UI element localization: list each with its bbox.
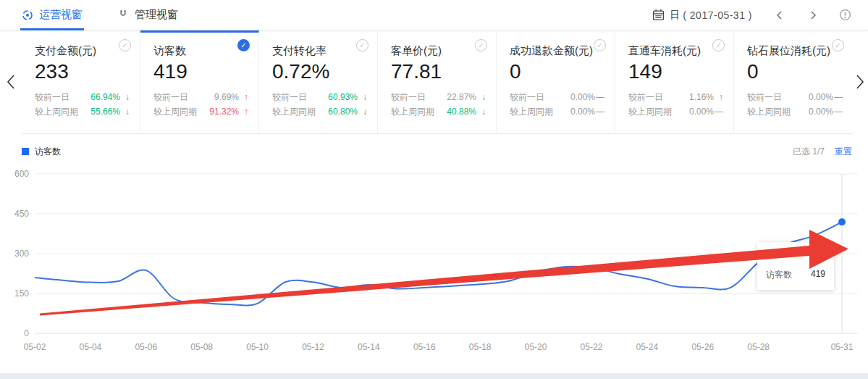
date-granularity[interactable]: 日 bbox=[670, 9, 680, 22]
card-title: 支付转化率 bbox=[272, 44, 367, 58]
cards-scroll-right-button[interactable] bbox=[854, 72, 866, 94]
trend-arrow-icon: ↑ bbox=[714, 92, 723, 102]
compare-label: 较前一日 bbox=[153, 92, 188, 102]
trend-arrow-icon: — bbox=[595, 107, 604, 117]
compare-value: 91.32% bbox=[209, 107, 239, 117]
card-check-icon[interactable]: ✓ bbox=[594, 39, 606, 51]
card-check-icon[interactable]: ✓ bbox=[832, 39, 844, 51]
svg-text:05-18: 05-18 bbox=[469, 342, 492, 352]
chevron-left-icon bbox=[774, 9, 785, 21]
compare-value: 0.00% bbox=[570, 107, 595, 117]
management-window-icon bbox=[117, 9, 129, 21]
compare-value: 0.00% bbox=[689, 107, 714, 117]
svg-text:05-24: 05-24 bbox=[636, 342, 659, 352]
compare-label: 较上周同期 bbox=[510, 107, 553, 117]
trend-arrow-icon: — bbox=[595, 92, 604, 102]
trend-arrow-icon: ↓ bbox=[358, 92, 367, 102]
metric-card-diamond-spend[interactable]: ✓ 钻石展位消耗(元) 0 较前一日0.00%— 较上周同期0.00%— bbox=[734, 30, 853, 133]
operations-window-icon bbox=[22, 9, 33, 21]
compare-label: 较上周同期 bbox=[153, 107, 197, 117]
tooltip-series-label: 访客数 bbox=[766, 269, 792, 281]
compare-label: 较上周同期 bbox=[747, 107, 791, 117]
date-controls: 日 ( 2017-05-31 ) bbox=[652, 9, 851, 22]
card-title: 钻石展位消耗(元) bbox=[747, 44, 843, 58]
prev-date-button[interactable] bbox=[774, 9, 785, 21]
compare-value: 60.80% bbox=[328, 107, 358, 117]
compare-label: 较前一日 bbox=[628, 92, 663, 102]
metric-card-conversion-rate[interactable]: ✓ 支付转化率 0.72% 较前一日60.93%↓ 较上周同期60.80%↓ bbox=[259, 30, 378, 133]
card-title: 直通车消耗(元) bbox=[628, 44, 723, 58]
card-value: 419 bbox=[153, 59, 248, 85]
card-value: 0 bbox=[747, 59, 843, 85]
tab-management-window[interactable]: 管理视窗 bbox=[117, 0, 178, 30]
trend-arrow-icon: ↓ bbox=[476, 107, 486, 117]
compare-label: 较上周同期 bbox=[628, 107, 672, 117]
tooltip-value: 419 bbox=[811, 269, 825, 281]
svg-text:05-26: 05-26 bbox=[691, 342, 714, 352]
compare-value: 66.94% bbox=[90, 92, 120, 102]
card-check-icon[interactable]: ✓ bbox=[712, 39, 725, 51]
compare-label: 较前一日 bbox=[272, 92, 307, 102]
tab-label: 管理视窗 bbox=[135, 8, 178, 22]
svg-text:05-12: 05-12 bbox=[302, 342, 324, 352]
compare-value: 0.00% bbox=[809, 107, 833, 117]
next-date-button[interactable] bbox=[807, 9, 819, 21]
top-tab-bar: 运营视窗 管理视窗 日 ( 2017-05-31 ) bbox=[0, 0, 868, 30]
tab-label: 运营视窗 bbox=[39, 8, 83, 22]
trend-arrow-icon: — bbox=[833, 92, 843, 102]
card-check-icon[interactable]: ✓ bbox=[475, 39, 487, 51]
trend-arrow-icon: — bbox=[714, 107, 723, 117]
compare-label: 较上周同期 bbox=[272, 107, 316, 117]
calendar-icon[interactable] bbox=[652, 9, 665, 21]
tooltip-date: 05-31 bbox=[766, 249, 825, 259]
trend-arrow-icon: ↓ bbox=[358, 107, 367, 117]
compare-label: 较前一日 bbox=[35, 92, 69, 102]
svg-text:600: 600 bbox=[14, 169, 29, 179]
svg-text:05-10: 05-10 bbox=[246, 342, 269, 352]
metric-card-price-per-order[interactable]: ✓ 客单价(元) 77.81 较前一日22.87%↓ 较上周同期40.88%↓ bbox=[378, 30, 497, 133]
card-check-icon[interactable]: ✓ bbox=[119, 39, 131, 51]
card-check-icon[interactable]: ✓ bbox=[356, 39, 368, 51]
info-button[interactable] bbox=[839, 9, 851, 21]
compare-value: 9.69% bbox=[214, 92, 239, 102]
chevron-right-icon bbox=[807, 9, 819, 21]
svg-text:05-31: 05-31 bbox=[831, 342, 854, 352]
metric-card-refund-amount[interactable]: ✓ 成功退款金额(元) 0 较前一日0.00%— 较上周同期0.00%— bbox=[497, 30, 615, 133]
trend-arrow-icon: ↓ bbox=[476, 92, 486, 102]
compare-value: 40.88% bbox=[447, 107, 476, 117]
reset-link[interactable]: 重置 bbox=[835, 146, 852, 158]
card-title: 支付金额(元) bbox=[35, 44, 130, 58]
metric-card-ztc-spend[interactable]: ✓ 直通车消耗(元) 149 较前一日1.16%↑ 较上周同期0.00%— bbox=[615, 30, 734, 133]
svg-text:0: 0 bbox=[24, 328, 29, 338]
svg-text:450: 450 bbox=[14, 209, 29, 219]
metric-card-visitors[interactable]: ✓ 访客数 419 较前一日9.69%↑ 较上周同期91.32%↑ bbox=[140, 30, 259, 133]
card-title: 访客数 bbox=[153, 44, 248, 58]
svg-text:05-14: 05-14 bbox=[358, 342, 380, 352]
chevron-right-icon bbox=[854, 72, 866, 91]
svg-text:05-06: 05-06 bbox=[135, 342, 157, 352]
metric-card-payment-amount[interactable]: ✓ 支付金额(元) 233 较前一日66.94%↓ 较上周同期55.66%↓ bbox=[22, 30, 140, 133]
info-icon bbox=[839, 9, 851, 21]
card-check-icon[interactable]: ✓ bbox=[237, 39, 250, 51]
trend-arrow-icon: ↑ bbox=[239, 107, 248, 117]
svg-text:05-08: 05-08 bbox=[190, 342, 213, 352]
trend-arrow-icon: — bbox=[833, 107, 843, 117]
line-chart[interactable]: 015030045060005-0205-0405-0605-0805-1005… bbox=[0, 162, 868, 379]
chart-legend-bar: 访客数 已选 1/7 重置 bbox=[22, 143, 852, 160]
tab-operations-window[interactable]: 运营视窗 bbox=[22, 0, 83, 30]
trend-arrow-icon: ↓ bbox=[120, 92, 130, 102]
legend-series-label[interactable]: 访客数 bbox=[35, 146, 61, 158]
svg-text:05-20: 05-20 bbox=[525, 342, 547, 352]
svg-text:05-22: 05-22 bbox=[581, 342, 603, 352]
svg-text:05-28: 05-28 bbox=[747, 342, 770, 352]
svg-text:150: 150 bbox=[14, 288, 29, 299]
compare-label: 较前一日 bbox=[391, 92, 426, 102]
compare-value: 60.93% bbox=[328, 92, 358, 102]
compare-value: 55.66% bbox=[90, 107, 120, 117]
card-value: 0 bbox=[510, 59, 604, 85]
compare-value: 0.00% bbox=[570, 92, 595, 102]
selected-count: 已选 1/7 bbox=[793, 146, 825, 158]
cards-scroll-left-button[interactable] bbox=[5, 72, 17, 94]
compare-label: 较前一日 bbox=[510, 92, 544, 102]
compare-value: 1.16% bbox=[689, 92, 714, 102]
